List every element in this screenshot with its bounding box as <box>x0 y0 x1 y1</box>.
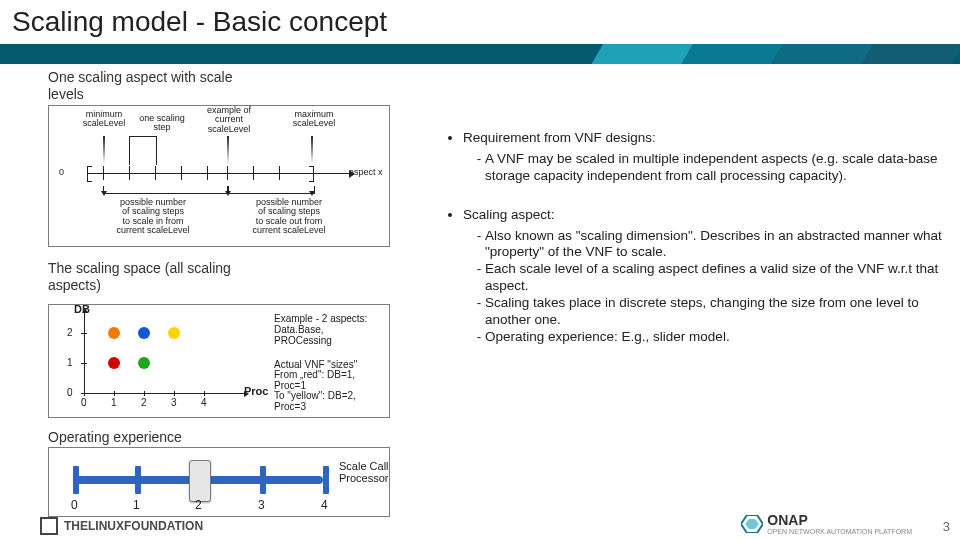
dot-red <box>108 357 120 369</box>
fig1-left-range: possible numberof scaling stepsto scale … <box>93 198 213 236</box>
fig1-min-label: minimumscaleLevel <box>79 110 129 129</box>
figure-scaling-space: DB Proc 0 1 2 0 1 2 3 4 <box>48 304 390 418</box>
onap-subtext: OPEN NETWORK AUTOMATION PLATFORM <box>767 528 912 535</box>
slider-tick-1: 1 <box>133 498 140 512</box>
bullet-req: Requirement from VNF designs: A VNF may … <box>463 130 946 185</box>
slider-label: Scale CallProcessor <box>339 460 389 484</box>
bullet-req-text: Requirement from VNF designs: <box>463 130 656 145</box>
right-column: Requirement from VNF designs: A VNF may … <box>445 130 946 368</box>
accent-bar <box>0 44 960 64</box>
fig1-axis-label: aspect x <box>349 168 383 177</box>
dot-orange <box>108 327 120 339</box>
title-band: Scaling model - Basic concept <box>0 0 960 64</box>
bullet-aspect-text: Scaling aspect: <box>463 207 555 222</box>
caption-fig1-b: levels <box>48 87 438 102</box>
fig2-sizes-text: Actual VNF "sizes"From „red": DB=1,Proc=… <box>274 360 386 413</box>
onap-text: ONAP <box>767 512 807 528</box>
fig1-current-label: example ofcurrentscaleLevel <box>199 106 259 134</box>
fig1-max-label: maximumscaleLevel <box>287 110 341 129</box>
figure-slider: 0 1 2 3 4 Scale CallProcessor <box>48 447 390 517</box>
dot-yellow <box>168 327 180 339</box>
svg-marker-1 <box>745 519 759 529</box>
left-column: One scaling aspect with scale levels min… <box>48 70 438 517</box>
bullet-aspect: Scaling aspect: Also known as "scaling d… <box>463 207 946 346</box>
fig2-example-text: Example - 2 aspects:Data.Base,PROCessing <box>274 313 386 346</box>
dot-green <box>138 357 150 369</box>
linux-foundation-text: THELINUXFOUNDATION <box>64 519 203 533</box>
bullet-aspect-sub3: Scaling takes place in discrete steps, c… <box>485 295 946 329</box>
caption-fig3: Operating experience <box>48 430 438 445</box>
slider-stop <box>73 466 79 494</box>
fig2-x2: 2 <box>141 397 147 408</box>
content-area: One scaling aspect with scale levels min… <box>0 70 960 510</box>
slider-tick-3: 3 <box>258 498 265 512</box>
caption-fig2-a: The scaling space (all scaling <box>48 261 438 276</box>
linux-logo-icon <box>40 517 58 535</box>
slider-stop <box>135 466 141 494</box>
page-title: Scaling model - Basic concept <box>12 6 387 38</box>
bullet-aspect-sub1: Also known as "scaling dimension". Descr… <box>485 228 946 262</box>
fig2-x4: 4 <box>201 397 207 408</box>
dot-blue <box>138 327 150 339</box>
bullet-aspect-sub4: Operating experience: E.g., slider model… <box>485 329 946 346</box>
slider-tick-2: 2 <box>195 498 202 512</box>
footer: THELINUXFOUNDATION ONAP OPEN NETWORK AUT… <box>0 513 960 537</box>
fig1-right-range: possible numberof scaling stepsto scale … <box>229 198 349 236</box>
fig2-y2: 2 <box>67 327 73 338</box>
slider-stop <box>323 466 329 494</box>
onap-icon <box>741 515 763 533</box>
fig2-x1: 1 <box>111 397 117 408</box>
figure-one-aspect: minimumscaleLevel one scalingstep exampl… <box>48 105 390 247</box>
slider-stop <box>260 466 266 494</box>
fig2-x3: 3 <box>171 397 177 408</box>
slider-tick-0: 0 <box>71 498 78 512</box>
page-number: 3 <box>943 519 950 534</box>
slider-handle[interactable] <box>189 460 211 502</box>
caption-fig1-a: One scaling aspect with scale <box>48 70 438 85</box>
linux-foundation-logo: THELINUXFOUNDATION <box>40 517 203 535</box>
caption-fig2-b: aspects) <box>48 278 438 293</box>
fig2-y1: 1 <box>67 357 73 368</box>
fig1-step-label: one scalingstep <box>137 114 187 133</box>
bullet-req-sub1: A VNF may be scaled in multiple independ… <box>485 151 946 185</box>
onap-logo: ONAP OPEN NETWORK AUTOMATION PLATFORM <box>741 512 912 535</box>
bullet-aspect-sub2: Each scale level of a scaling aspect def… <box>485 261 946 295</box>
fig2-x0: 0 <box>81 397 87 408</box>
slider-tick-4: 4 <box>321 498 328 512</box>
fig2-y0: 0 <box>67 387 73 398</box>
fig1-zero: 0 <box>59 168 64 177</box>
